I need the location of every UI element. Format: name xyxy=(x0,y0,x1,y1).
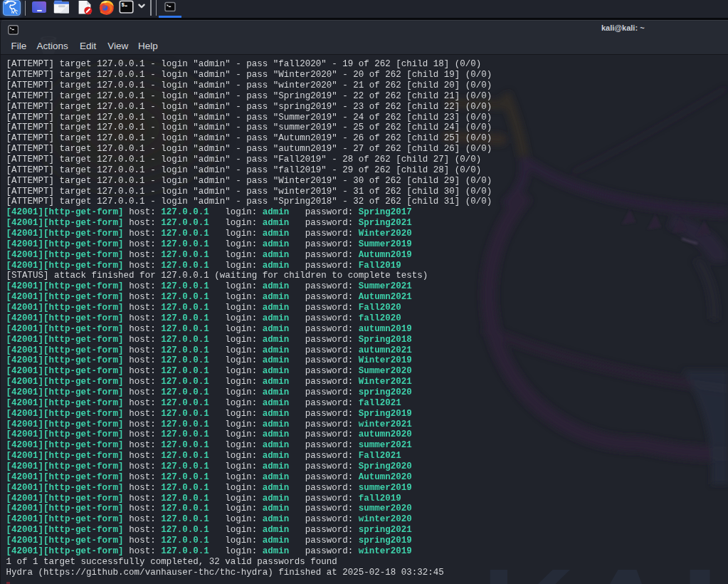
svg-text:$: $ xyxy=(122,2,125,8)
